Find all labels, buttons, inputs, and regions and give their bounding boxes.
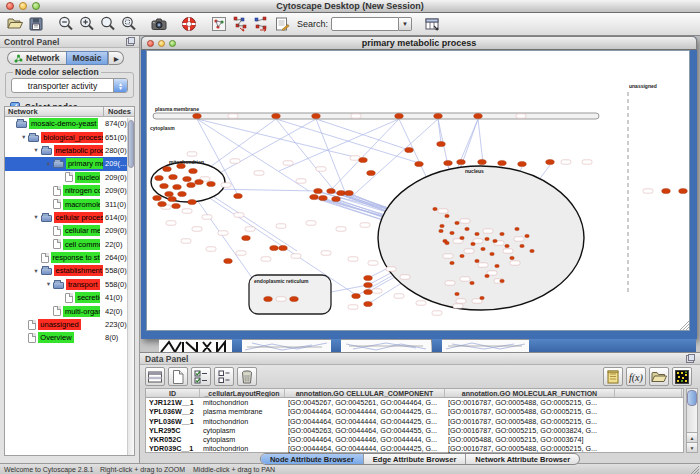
- graph-node[interactable]: [158, 201, 167, 206]
- graph-node[interactable]: [352, 293, 361, 298]
- graph-node[interactable]: [187, 182, 196, 187]
- graph-node[interactable]: [434, 113, 443, 118]
- graph-node[interactable]: [364, 282, 373, 287]
- graph-node[interactable]: [189, 168, 198, 173]
- graph-node[interactable]: [474, 113, 483, 118]
- tree-row[interactable]: ▼primary metabo209(...: [5, 157, 134, 170]
- net-resize-grip[interactable]: [680, 321, 689, 330]
- graph-node[interactable]: [415, 161, 424, 166]
- close-window-button[interactable]: [6, 2, 14, 10]
- graph-node[interactable]: [520, 244, 525, 247]
- graph-node[interactable]: [153, 195, 162, 200]
- snapshot-icon[interactable]: [148, 14, 169, 34]
- tab-network[interactable]: Network: [7, 51, 66, 65]
- tree-row[interactable]: macromolecule311(0): [5, 197, 134, 210]
- graph-node[interactable]: [480, 296, 485, 299]
- graph-node[interactable]: [505, 244, 510, 247]
- graph-node[interactable]: [475, 232, 480, 235]
- region-plasma-membrane[interactable]: [153, 113, 599, 119]
- graph-node[interactable]: [272, 113, 281, 118]
- background-window-fragment[interactable]: [341, 339, 431, 352]
- overview-icon[interactable]: [208, 14, 229, 34]
- graph-node[interactable]: [450, 231, 455, 234]
- tree-row[interactable]: nitrogen compo209(0): [5, 184, 134, 197]
- unselect-attributes-icon[interactable]: [214, 367, 234, 386]
- graph-node[interactable]: [546, 159, 555, 164]
- graph-node[interactable]: [475, 259, 480, 262]
- graph-node[interactable]: [169, 174, 178, 179]
- expand-triangle-icon[interactable]: ▼: [32, 214, 41, 220]
- table-column-header[interactable]: _cellularLayoutRegion: [200, 389, 285, 397]
- graph-node[interactable]: [445, 241, 450, 244]
- graph-node[interactable]: [445, 214, 450, 217]
- graph-node[interactable]: [310, 194, 319, 199]
- graph-node[interactable]: [460, 254, 465, 257]
- graph-node[interactable]: [679, 188, 688, 193]
- graph-node[interactable]: [440, 224, 445, 227]
- graph-node[interactable]: [345, 190, 354, 195]
- function-builder-icon[interactable]: f(x): [626, 367, 646, 386]
- table-row[interactable]: YLR295Ccytoplasm[GO:0045263, GO:0044464,…: [146, 426, 683, 435]
- search-input[interactable]: [331, 17, 399, 31]
- table-column-header[interactable]: annotation.GO MOLECULAR_FUNCTION: [445, 389, 615, 397]
- graph-node[interactable]: [500, 232, 505, 235]
- graph-node[interactable]: [455, 292, 460, 295]
- graph-node[interactable]: [364, 289, 373, 294]
- table-row[interactable]: YJR121W__1mitochondrion[GO:0045267, GO:0…: [146, 398, 683, 407]
- graph-node[interactable]: [478, 159, 487, 164]
- scroll-down-icon[interactable]: ▼: [687, 442, 697, 452]
- node-color-combobox[interactable]: transporter activity ▲▼: [11, 78, 128, 93]
- tree-header[interactable]: Network Nodes: [5, 107, 134, 117]
- graph-node[interactable]: [314, 188, 323, 193]
- search-dropdown-arrow-icon[interactable]: ▼: [399, 17, 412, 31]
- float-data-panel-icon[interactable]: [686, 354, 695, 363]
- tree-row[interactable]: ▼transport558(0): [5, 278, 134, 291]
- net-close-button[interactable]: [147, 40, 154, 47]
- graph-node[interactable]: [515, 227, 520, 230]
- graph-node[interactable]: [168, 196, 177, 201]
- background-window-fragment[interactable]: [442, 339, 529, 352]
- graph-node[interactable]: [485, 274, 490, 277]
- graph-node[interactable]: [470, 281, 475, 284]
- tree-row[interactable]: secretion41(0): [5, 291, 134, 304]
- graph-node[interactable]: [173, 184, 182, 189]
- graph-node[interactable]: [471, 242, 476, 245]
- graph-node[interactable]: [193, 113, 202, 118]
- zoom-out-icon[interactable]: [55, 14, 76, 34]
- notepad-icon[interactable]: [603, 367, 623, 386]
- table-column-header[interactable]: annotation.GO CELLULAR_COMPONENT: [285, 389, 445, 397]
- graph-node[interactable]: [518, 161, 527, 166]
- tree-row[interactable]: ▼biological_process651(0): [5, 130, 134, 143]
- tree-row[interactable]: nucleobase-209(0): [5, 171, 134, 184]
- expand-triangle-icon[interactable]: ▼: [44, 281, 53, 287]
- background-window-fragment[interactable]: [159, 339, 232, 352]
- graph-node[interactable]: [485, 237, 490, 240]
- table-row[interactable]: YPL036W__2plasma membrane[GO:0044464, GO…: [146, 407, 683, 416]
- table-column-header[interactable]: ID: [146, 389, 200, 397]
- graph-node[interactable]: [312, 113, 321, 118]
- expand-triangle-icon[interactable]: ▼: [19, 134, 28, 140]
- graph-node[interactable]: [490, 252, 495, 255]
- network-window-titlebar[interactable]: primary metabolic process: [141, 36, 697, 50]
- graph-node[interactable]: [165, 191, 174, 196]
- zoom-selected-icon[interactable]: [118, 14, 139, 34]
- zoom-window-button[interactable]: [32, 2, 40, 10]
- graph-node[interactable]: [359, 157, 368, 162]
- tab-edge-attribute-browser[interactable]: Edge Attribute Browser: [364, 454, 466, 464]
- graph-node[interactable]: [195, 179, 204, 184]
- tree-row[interactable]: response to stimulu264(0): [5, 251, 134, 264]
- zoom-in-icon[interactable]: [76, 14, 97, 34]
- background-window-fragment[interactable]: [432, 339, 442, 352]
- graph-node[interactable]: [495, 264, 500, 267]
- graph-node[interactable]: [498, 160, 507, 165]
- graph-node[interactable]: [160, 183, 169, 188]
- graph-node[interactable]: [364, 301, 373, 306]
- background-window-fragment[interactable]: [331, 339, 341, 352]
- graph-node[interactable]: [662, 188, 671, 193]
- graph-node[interactable]: [433, 207, 438, 210]
- tab-network-attribute-browser[interactable]: Network Attribute Browser: [466, 454, 579, 464]
- tree-row[interactable]: cellular metabol209(0): [5, 224, 134, 237]
- graph-node[interactable]: [177, 163, 186, 168]
- window-resize-grip[interactable]: [690, 466, 699, 474]
- graph-node[interactable]: [188, 199, 197, 204]
